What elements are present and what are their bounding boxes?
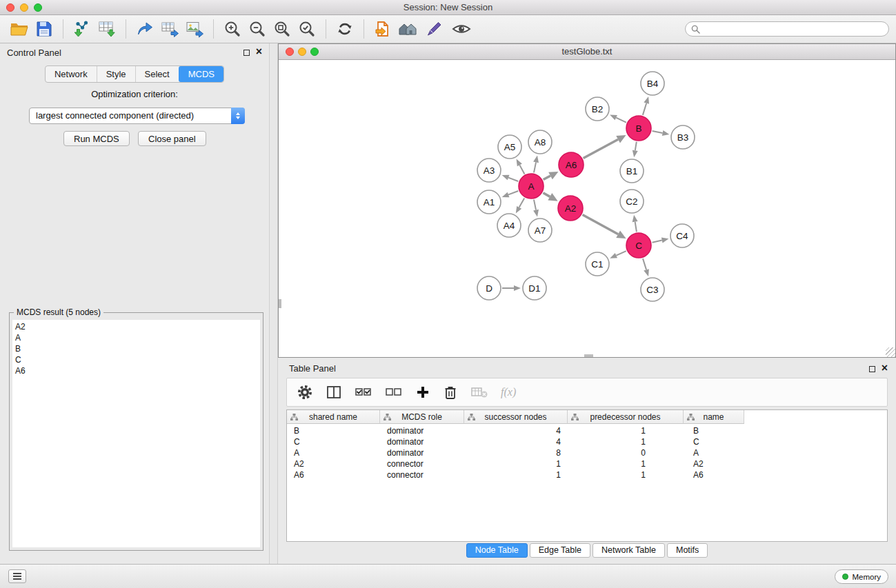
apply-style-icon[interactable] [420,17,445,41]
table-cell[interactable]: A6 [684,469,744,480]
column-header-MCDS-role[interactable]: MCDS role [380,410,464,424]
network-zoom-button[interactable] [310,48,319,56]
graph-edge-A-A8[interactable] [534,162,536,172]
graph-edge-A-A7[interactable] [534,200,536,210]
table-cell[interactable]: dominator [380,447,464,458]
table-cell[interactable]: 1 [464,458,568,469]
table-cell[interactable]: A [684,447,744,458]
close-panel-icon[interactable]: × [256,45,262,58]
optimization-dropdown[interactable]: largest connected component (directed) [29,108,245,124]
graph-edge-C-C4[interactable] [653,241,662,243]
open-session-icon[interactable] [7,17,32,41]
zoom-selected-icon[interactable] [295,17,319,41]
table-cell[interactable]: dominator [380,436,464,447]
table-cell[interactable]: A6 [287,469,380,480]
tab-network-table[interactable]: Network Table [593,543,665,558]
close-table-panel-icon[interactable]: × [882,362,888,374]
import-table-icon[interactable] [94,17,119,41]
table-cell[interactable]: A2 [287,458,380,469]
close-window-button[interactable] [6,3,14,12]
mcds-result-item[interactable]: B [12,343,260,354]
tab-network[interactable]: Network [46,66,97,82]
network-minimize-button[interactable] [298,48,306,56]
graph-edge-B-B4[interactable] [643,103,646,115]
graph-edge-A2-C[interactable] [583,215,619,234]
network-canvas-area[interactable]: B4B2BB3A5A8A6B1A3AA1A2C2A4A7C4CC1C3DD1 [279,60,895,357]
zoom-window-button[interactable] [34,3,42,12]
table-row-A6[interactable]: A6connector11A6 [287,469,887,480]
graph-edge-A-A5[interactable] [519,165,524,174]
table-cell[interactable]: 1 [568,425,684,436]
graph-edge-B-B1[interactable] [635,142,637,151]
show-graphics-details-icon[interactable] [449,17,474,41]
table-cell[interactable]: B [684,425,744,436]
column-header-successor-nodes[interactable]: successor nodes [464,410,568,424]
zoom-out-icon[interactable] [245,17,270,41]
open-network-file-icon[interactable] [370,17,395,41]
zoom-fit-icon[interactable] [270,17,295,41]
network-overview-icon[interactable] [395,17,420,41]
table-cell[interactable]: A [287,447,380,458]
refresh-icon[interactable] [332,17,357,41]
unselect-all-columns-icon[interactable] [385,385,403,400]
select-all-columns-icon[interactable] [355,385,372,400]
search-field[interactable] [685,21,889,37]
panel-splitter[interactable] [269,43,278,564]
table-cell[interactable]: 1 [568,436,684,447]
table-cell[interactable]: A2 [684,458,744,469]
zoom-in-icon[interactable] [220,17,245,41]
export-network-icon[interactable] [132,17,157,41]
table-cell[interactable]: 0 [568,447,684,458]
mcds-result-item[interactable]: A [12,332,260,343]
column-header-shared-name[interactable]: shared name [287,410,380,424]
graph-edge-A-A3[interactable] [508,178,518,181]
graph-edge-A6-B[interactable] [584,139,619,158]
network-canvas[interactable]: B4B2BB3A5A8A6B1A3AA1A2C2A4A7C4CC1C3DD1 [279,60,895,357]
resize-grip-icon[interactable] [886,347,895,357]
import-network-icon[interactable] [70,17,94,41]
search-input[interactable] [704,24,883,34]
float-table-panel-icon[interactable] [869,366,875,372]
tab-node-table[interactable]: Node Table [466,543,528,558]
tab-edge-table[interactable]: Edge Table [530,543,590,558]
tab-motifs[interactable]: Motifs [667,543,708,558]
tab-style[interactable]: Style [97,66,135,82]
export-image-icon[interactable] [182,17,207,41]
column-header-name[interactable]: name [684,410,744,424]
graph-edge-A-A1[interactable] [508,191,518,194]
table-cell[interactable]: C [684,436,744,447]
table-cell[interactable]: B [287,425,380,436]
close-panel-button[interactable]: Close panel [138,131,206,146]
horizontal-scrollbar[interactable] [584,354,593,357]
column-header-predecessor-nodes[interactable]: predecessor nodes [568,410,684,424]
mcds-result-item[interactable]: C [12,354,260,365]
graph-edge-C-C1[interactable] [616,251,626,255]
graph-edge-C-C2[interactable] [635,222,637,232]
table-cell[interactable]: 1 [568,469,684,480]
graph-edge-B-B2[interactable] [616,118,626,123]
vertical-scrollbar[interactable] [279,299,281,308]
graph-edge-A-A4[interactable] [519,198,525,207]
tab-mcds[interactable]: MCDS [179,66,223,82]
table-row-A[interactable]: Adominator80A [287,447,887,458]
table-cell[interactable]: 4 [464,425,568,436]
table-cell[interactable]: 4 [464,436,568,447]
table-cell[interactable]: 1 [568,458,684,469]
table-cell[interactable]: 8 [464,447,568,458]
graph-edge-A-A6[interactable] [544,176,550,180]
show-column-icon[interactable] [326,384,342,401]
graph-edge-B-B3[interactable] [653,131,663,133]
save-session-icon[interactable] [32,17,57,41]
table-row-A2[interactable]: A2connector11A2 [287,458,887,469]
run-mcds-button[interactable]: Run MCDS [63,131,130,146]
table-cell[interactable]: 1 [464,469,568,480]
tab-select[interactable]: Select [135,66,179,82]
mcds-result-item[interactable]: A6 [12,365,260,376]
minimize-window-button[interactable] [20,3,28,12]
graph-edge-C-C3[interactable] [643,258,646,270]
table-cell[interactable]: dominator [380,425,464,436]
memory-button[interactable]: Memory [835,569,888,584]
table-row-C[interactable]: Cdominator41C [287,436,887,447]
table-settings-icon[interactable] [297,384,313,401]
table-row-B[interactable]: Bdominator41B [287,425,887,436]
